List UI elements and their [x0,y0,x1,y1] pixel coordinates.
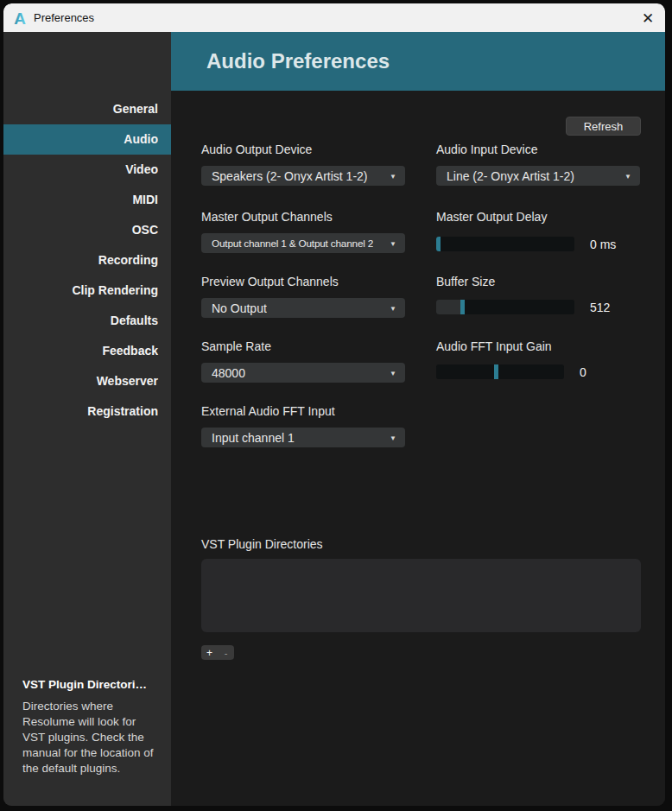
window-title: Preferences [34,11,94,24]
vst-plugin-directories-label: VST Plugin Directories [201,537,323,551]
selected-value: Input channel 1 [212,431,295,445]
close-icon[interactable]: ✕ [637,7,659,29]
page-title: Audio Preferences [206,49,390,73]
chevron-down-icon: ▼ [390,239,396,247]
chevron-down-icon: ▼ [390,369,396,377]
vst-plugin-directories-list[interactable] [201,559,641,632]
page-header: Audio Preferences [171,32,665,91]
context-help-body: Directories where Resolume will look for… [22,699,161,776]
preferences-window: A Preferences ✕ General Audio Video MIDI… [3,3,665,806]
chevron-down-icon: ▼ [624,172,631,180]
sidebar-item-audio[interactable]: Audio [3,124,171,155]
sidebar-item-general[interactable]: General [3,94,171,124]
slider-value: 512 [590,301,610,314]
field-label: Audio FFT Input Gain [436,339,665,353]
field-label: Buffer Size [436,275,665,288]
selected-value: Line (2- Onyx Artist 1-2) [447,169,574,183]
field-audio-input-device: Audio Input Device Line (2- Onyx Artist … [436,143,640,186]
sidebar-item-registration[interactable]: Registration [3,396,171,427]
audio-fft-input-gain-slider[interactable] [436,364,564,379]
slider-handle[interactable] [460,300,465,314]
audio-input-device-select[interactable]: Line (2- Onyx Artist 1-2) ▼ [436,166,640,186]
external-audio-fft-input-select[interactable]: Input channel 1 ▼ [201,428,405,447]
field-preview-output-channels: Preview Output Channels No Output ▼ [201,275,405,318]
selected-value: Speakers (2- Onyx Artist 1-2) [212,169,368,183]
chevron-down-icon: ▼ [390,304,396,312]
resolume-logo-icon: A [11,10,29,27]
sidebar-item-defaults[interactable]: Defaults [3,306,171,336]
vst-directory-buttons: + - [201,645,234,660]
field-master-output-delay: Master Output Delay 0 ms [436,210,665,233]
main-panel: Audio Preferences Refresh Audio Output D… [171,32,665,806]
field-label: Audio Input Device [436,143,640,156]
add-directory-button[interactable]: + [201,647,218,659]
title-bar: A Preferences ✕ [3,3,665,32]
sidebar-nav: General Audio Video MIDI OSC Recording C… [3,32,171,427]
field-buffer-size: Buffer Size 512 [436,275,665,298]
master-output-delay-slider-row: 0 ms [436,237,616,251]
audio-fft-input-gain-slider-row: 0 [436,364,586,379]
field-label: Master Output Channels [201,210,405,224]
field-label: External Audio FFT Input [201,404,405,418]
sidebar-item-recording[interactable]: Recording [3,245,171,276]
chevron-down-icon: ▼ [390,434,396,441]
field-label: Audio Output Device [201,143,405,156]
selected-value: 48000 [212,366,245,380]
field-label: Master Output Delay [436,210,665,224]
remove-directory-button[interactable]: - [218,648,234,658]
field-master-output-channels: Master Output Channels Output channel 1 … [201,210,405,253]
sidebar-item-osc[interactable]: OSC [3,215,171,245]
audio-output-device-select[interactable]: Speakers (2- Onyx Artist 1-2) ▼ [201,166,405,186]
sidebar-item-feedback[interactable]: Feedback [3,336,171,366]
selected-value: No Output [212,301,267,315]
field-external-audio-fft-input: External Audio FFT Input Input channel 1… [201,404,405,447]
slider-value: 0 ms [590,238,616,251]
sample-rate-select[interactable]: 48000 ▼ [201,363,405,383]
sidebar-item-midi[interactable]: MIDI [3,185,171,215]
sidebar-item-webserver[interactable]: Webserver [3,366,171,396]
field-label: Preview Output Channels [201,275,405,288]
field-audio-fft-input-gain: Audio FFT Input Gain 0 [436,339,665,363]
sidebar-item-clip-rendering[interactable]: Clip Rendering [3,276,171,306]
buffer-size-slider-row: 512 [436,300,610,314]
field-label: Sample Rate [201,339,405,353]
context-help-title: VST Plugin Directori… [22,678,157,691]
selected-value: Output channel 1 & Output channel 2 [212,238,373,250]
svg-text:A: A [14,10,26,27]
slider-handle[interactable] [494,364,498,379]
buffer-size-slider[interactable] [436,300,574,314]
preview-output-channels-select[interactable]: No Output ▼ [201,298,405,318]
field-sample-rate: Sample Rate 48000 ▼ [201,339,405,383]
master-output-channels-select[interactable]: Output channel 1 & Output channel 2 ▼ [201,233,405,253]
field-audio-output-device: Audio Output Device Speakers (2- Onyx Ar… [201,143,405,186]
slider-value: 0 [580,365,586,379]
master-output-delay-slider[interactable] [436,237,574,251]
sidebar-item-video[interactable]: Video [3,155,171,185]
refresh-button[interactable]: Refresh [566,117,641,136]
slider-handle[interactable] [436,237,441,251]
context-help: VST Plugin Directori… Directories where … [3,678,171,776]
chevron-down-icon: ▼ [390,172,396,180]
sidebar: General Audio Video MIDI OSC Recording C… [3,32,171,806]
